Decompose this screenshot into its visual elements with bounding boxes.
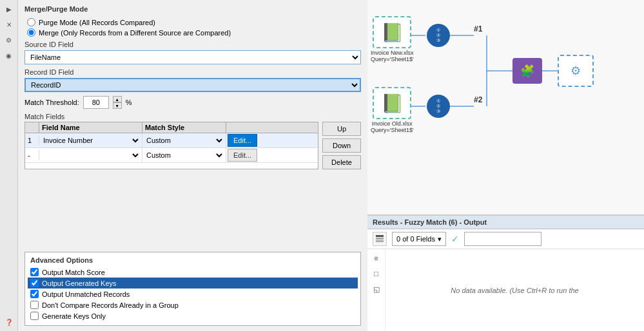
side-icon-2[interactable]: □ <box>370 267 383 280</box>
purge-mode-option[interactable]: Purge Mode (All Records Compared) <box>27 18 361 26</box>
output-unmatched-checkbox[interactable] <box>30 290 39 298</box>
book-icon-new: 📗 <box>381 22 404 43</box>
table-row[interactable]: - Custom Edit... <box>25 148 318 163</box>
sidebar-icon-help[interactable]: ❓ <box>3 316 15 328</box>
results-toolbar: 0 of 0 Fields ▾ ✓ <box>367 229 644 249</box>
delete-button[interactable]: Delete <box>322 155 361 169</box>
results-panel: Results - Fuzzy Match (6) - Output 0 of … <box>367 215 644 331</box>
row1-field-select[interactable]: Invoice Number <box>41 134 141 147</box>
col-edit <box>226 122 318 133</box>
generate-keys-checkbox[interactable] <box>30 312 39 320</box>
col-match-style: Match Style <box>142 122 226 133</box>
fuzzy-match-node: 🧩 <box>512 58 542 84</box>
threshold-down[interactable]: ▼ <box>113 102 122 109</box>
invoice-new-node: 📗 Invoice New.xlsxQuery='Sheet1$' <box>371 16 414 62</box>
row2-style: Custom <box>142 148 226 162</box>
merge-mode-radio[interactable] <box>27 28 35 37</box>
threshold-label: Match Threshold: <box>24 99 79 106</box>
no-data-message: No data available. (Use Ctrl+R to run th… <box>385 249 644 331</box>
row2-field-select[interactable] <box>41 149 141 162</box>
sidebar-icon-close[interactable]: ✕ <box>3 18 15 31</box>
source-id-field-row: Source ID Field FileName <box>24 41 361 64</box>
output-generated-keys-label: Output Generated Keys <box>42 279 117 287</box>
confirm-icon[interactable]: ✓ <box>451 234 459 244</box>
checkbox-generate-keys[interactable]: Generate Keys Only <box>30 310 355 321</box>
row1-style-select[interactable]: Custom <box>144 134 224 147</box>
advanced-title: Advanced Options <box>30 256 355 264</box>
threshold-unit: % <box>126 99 132 106</box>
purge-mode-radio[interactable] <box>27 18 35 26</box>
output-match-score-checkbox[interactable] <box>30 268 39 276</box>
merge-purge-radio-group: Purge Mode (All Records Compared) Merge … <box>27 18 361 37</box>
source-id-select[interactable]: FileName <box>24 50 361 64</box>
checkbox-output-generated-keys[interactable]: Output Generated Keys <box>28 278 358 288</box>
fields-dropdown[interactable]: 0 of 0 Fields ▾ <box>392 232 446 246</box>
circle-top-text: ①②③ <box>436 28 440 43</box>
table-row[interactable]: 1 Invoice Number Custom Edit. <box>25 133 318 148</box>
output-node: ⚙ <box>558 55 594 87</box>
sidebar-icon-settings[interactable]: ⚙ <box>3 33 15 46</box>
record-id-field-row: Record ID Field RecordID <box>24 68 361 92</box>
dropdown-arrow: ▾ <box>438 235 442 243</box>
row2-style-select[interactable]: Custom <box>144 149 224 162</box>
purple-box-icon: 🧩 <box>512 58 542 84</box>
match-fields-label: Match Fields <box>24 113 361 120</box>
hash2-label: #2 <box>474 95 482 104</box>
svg-rect-8 <box>376 235 384 237</box>
main-content: Merge/Purge Mode Purge Mode (All Records… <box>18 0 367 331</box>
output-match-score-label: Output Match Score <box>42 269 105 276</box>
threshold-up[interactable]: ▲ <box>113 96 122 102</box>
left-main: ▶ ✕ ⚙ ◉ ❓ Merge/Purge Mode Purge Mode (A… <box>0 0 367 331</box>
invoice-new-label: Invoice New.xlsxQuery='Sheet1$' <box>371 50 414 62</box>
fields-count-label: 0 of 0 Fields <box>396 235 435 243</box>
row1-name: Invoice Number <box>39 133 142 147</box>
row1-edit-button[interactable]: Edit... <box>228 134 257 147</box>
generate-keys-label: Generate Keys Only <box>42 312 106 320</box>
threshold-spinner: ▲ ▼ <box>113 96 122 109</box>
results-icon-table[interactable] <box>373 232 387 246</box>
table-header: Field Name Match Style <box>25 122 318 133</box>
dont-compare-checkbox[interactable] <box>30 301 39 309</box>
down-button[interactable]: Down <box>322 138 361 153</box>
puzzle-icon: 🧩 <box>520 64 534 78</box>
match-fields-table: Field Name Match Style 1 Invoice Number <box>24 122 318 169</box>
circle-node-bottom-icon: ①②③ <box>427 95 450 118</box>
output-box: ⚙ <box>558 55 594 87</box>
side-icon-3[interactable]: ◱ <box>370 283 383 296</box>
col-num <box>25 122 39 133</box>
side-icon-1[interactable]: ≡ <box>370 252 383 265</box>
side-icons-col: ≡ □ ◱ <box>367 249 385 331</box>
checkbox-output-unmatched[interactable]: Output Unmatched Records <box>30 288 355 299</box>
row1-style: Custom <box>142 133 226 147</box>
results-header: Results - Fuzzy Match (6) - Output <box>367 216 644 229</box>
invoice-new-box: 📗 <box>373 16 411 48</box>
circle-node-bottom: ①②③ <box>427 95 450 118</box>
row2-name <box>39 148 142 162</box>
row1-edit: Edit... <box>226 133 318 147</box>
merge-mode-option[interactable]: Merge (Only Records from a Different Sou… <box>27 28 361 37</box>
row2-edit-button[interactable]: Edit... <box>228 149 257 162</box>
invoice-old-label: Invoice Old.xlsxQuery='Sheet1$' <box>371 120 414 133</box>
col-field-name: Field Name <box>39 122 142 133</box>
sidebar-icon-circle[interactable]: ◉ <box>3 49 15 62</box>
table-icon <box>375 234 384 243</box>
row2-edit: Edit... <box>226 148 318 162</box>
output-unmatched-label: Output Unmatched Records <box>42 290 130 298</box>
record-id-label: Record ID Field <box>24 68 361 76</box>
hash1-label: #1 <box>474 24 482 33</box>
up-button[interactable]: Up <box>322 122 361 136</box>
checkbox-dont-compare[interactable]: Don't Compare Records Already in a Group <box>30 299 355 310</box>
threshold-input[interactable] <box>83 96 109 109</box>
match-fields-section: Match Fields Field Name Match Style 1 <box>24 113 361 169</box>
purge-mode-label: Purge Mode (All Records Compared) <box>39 19 155 26</box>
advanced-options: Advanced Options Output Match Score Outp… <box>24 252 361 326</box>
merge-mode-label: Merge (Only Records from a Different Sou… <box>39 29 231 37</box>
sidebar-icon-run[interactable]: ▶ <box>3 3 15 15</box>
checkbox-output-match-score[interactable]: Output Match Score <box>30 267 355 278</box>
row2-num: - <box>25 150 39 160</box>
dont-compare-label: Don't Compare Records Already in a Group <box>42 301 179 309</box>
record-id-select[interactable]: RecordID <box>24 78 361 92</box>
svg-rect-10 <box>376 240 384 242</box>
output-generated-keys-checkbox[interactable] <box>30 279 39 287</box>
results-search-input[interactable] <box>464 232 542 246</box>
